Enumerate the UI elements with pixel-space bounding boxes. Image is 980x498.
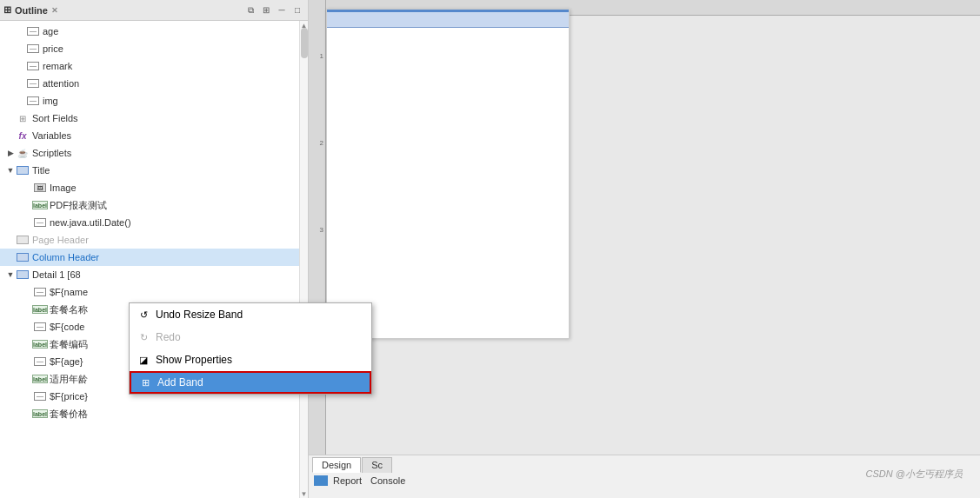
menu-item-show-properties[interactable]: ◪ Show Properties <box>130 349 371 371</box>
tree-item-pdf-label[interactable]: label PDF报表测试 <box>0 196 308 214</box>
outline-panel: ⊞ Outline ✕ ⧉ ⊞ ─ □ age price <box>0 0 309 498</box>
title-band-icon <box>16 163 30 177</box>
toggle-title: ▼ <box>5 166 16 175</box>
tree-item-attention[interactable]: attention <box>0 75 308 92</box>
tree-item-label4[interactable]: label 套餐价格 <box>0 405 308 422</box>
page-header-band-icon <box>16 233 30 247</box>
label-scriptlets: Scriptlets <box>32 148 71 158</box>
date-field-icon <box>33 216 47 229</box>
label-price: price <box>43 43 63 54</box>
tree-item-remark[interactable]: remark <box>0 57 308 75</box>
expand-all-button[interactable]: ⊞ <box>259 3 273 17</box>
label-fcode: $F{code <box>50 322 84 332</box>
report-icon <box>314 475 328 486</box>
outline-header: ⊞ Outline ✕ ⧉ ⊞ ─ □ <box>0 0 308 21</box>
label-img: img <box>43 96 58 106</box>
label-page-header: Page Header <box>32 235 89 245</box>
label-age: age <box>43 26 58 37</box>
watermark: CSDN @小乞丐程序员 <box>866 468 963 481</box>
menu-item-redo[interactable]: ↻ Redo <box>130 326 371 349</box>
fage-icon <box>33 355 47 369</box>
outline-tree: age price remark attention img <box>0 21 308 498</box>
ruler-mark-3: 3 <box>309 226 325 234</box>
field-icon-img <box>26 94 40 108</box>
add-band-icon: ⊞ <box>138 375 152 389</box>
fprice-icon <box>33 389 47 403</box>
scroll-down-arrow[interactable]: ▼ <box>300 489 308 498</box>
menu-item-undo-resize[interactable]: ↺ Undo Resize Band <box>130 303 371 326</box>
fname-icon <box>33 285 47 299</box>
label-date: new.java.util.Date() <box>50 217 131 228</box>
scroll-up-arrow[interactable]: ▲ <box>300 21 308 30</box>
design-area: 1 2 3 <box>309 0 980 455</box>
menu-label-redo: Redo <box>156 331 181 343</box>
scriptlet-icon: ☕ <box>16 146 30 160</box>
tab-source[interactable]: Sc <box>362 457 392 473</box>
label-remark: remark <box>43 61 72 71</box>
report-label: Report <box>333 475 362 486</box>
label-attention: attention <box>43 78 79 89</box>
toggle-scriptlets: ▶ <box>5 149 16 157</box>
detail-band-icon <box>16 268 30 282</box>
tree-item-fname[interactable]: $F{name <box>0 283 308 301</box>
outline-scrollbar[interactable]: ▲ ▼ <box>299 21 308 498</box>
collapse-all-button[interactable]: ⧉ <box>243 3 257 17</box>
tab-design[interactable]: Design <box>312 457 361 473</box>
tree-item-page-header[interactable]: Page Header <box>0 231 308 249</box>
label-detail1: Detail 1 [68 <box>32 269 81 280</box>
tree-item-column-header[interactable]: Column Header <box>0 249 308 266</box>
tree-item-age[interactable]: age <box>0 23 308 40</box>
properties-icon: ◪ <box>137 353 150 367</box>
label-image: Image <box>50 183 77 193</box>
outline-toolbar: ⧉ ⊞ ─ □ <box>243 3 304 17</box>
menu-item-add-band[interactable]: ⊞ Add Band <box>130 371 371 394</box>
title-band-highlight <box>327 12 569 28</box>
pdf-label-icon: label <box>33 198 47 212</box>
sort-icon: ⊞ <box>16 111 30 125</box>
tree-item-image[interactable]: 🖼 Image <box>0 179 308 196</box>
outline-title: ⊞ Outline ✕ <box>3 4 58 16</box>
label-sort-fields: Sort Fields <box>32 113 78 123</box>
minimize-button[interactable]: ─ <box>275 3 289 17</box>
redo-icon: ↻ <box>137 330 150 344</box>
menu-label-show-properties: Show Properties <box>156 354 232 366</box>
tree-item-variables[interactable]: fx Variables <box>0 127 308 144</box>
label-variables: Variables <box>32 130 71 141</box>
tree-item-scriptlets[interactable]: ▶ ☕ Scriptlets <box>0 144 308 162</box>
label4-icon: label <box>33 407 47 421</box>
label-label3: 适用年龄 <box>50 373 88 386</box>
context-menu: ↺ Undo Resize Band ↻ Redo ◪ Show Propert… <box>129 302 372 395</box>
page-canvas <box>326 9 570 339</box>
label-pdf: PDF报表测试 <box>50 199 107 212</box>
outline-label: Outline <box>15 5 48 16</box>
label-fprice: $F{price} <box>50 391 88 402</box>
tree-item-date-expr[interactable]: new.java.util.Date() <box>0 214 308 231</box>
console-label: Console <box>370 475 405 486</box>
outline-grid-icon: ⊞ <box>3 4 11 16</box>
tree-item-title[interactable]: ▼ Title <box>0 162 308 179</box>
tree-item-img[interactable]: img <box>0 92 308 110</box>
outline-close-x: ✕ <box>51 6 58 15</box>
tree-item-sort-fields[interactable]: ⊞ Sort Fields <box>0 110 308 127</box>
right-panel: 1 2 3 Design Sc Report Console <box>309 0 980 498</box>
tab-design-label: Design <box>322 460 351 470</box>
tree-item-price[interactable]: price <box>0 40 308 57</box>
ruler-mark-1: 1 <box>309 52 325 60</box>
ruler-mark-2: 2 <box>309 139 325 147</box>
label-title: Title <box>32 165 50 176</box>
label-fname: $F{name <box>50 287 88 297</box>
label1-icon: label <box>33 302 47 316</box>
scrollbar-thumb[interactable] <box>301 28 308 58</box>
label-column-header: Column Header <box>32 252 99 262</box>
maximize-button[interactable]: □ <box>290 3 304 17</box>
field-icon-attention <box>26 76 40 90</box>
label2-icon: label <box>33 337 47 351</box>
label-label2: 套餐编码 <box>50 338 88 351</box>
undo-icon: ↺ <box>137 308 150 322</box>
fx-icon: fx <box>16 129 30 143</box>
label-label1: 套餐名称 <box>50 303 88 316</box>
label-fage: $F{age} <box>50 356 83 367</box>
image-icon: 🖼 <box>33 181 47 195</box>
field-icon-age <box>26 24 40 38</box>
tree-item-detail1[interactable]: ▼ Detail 1 [68 <box>0 266 308 283</box>
